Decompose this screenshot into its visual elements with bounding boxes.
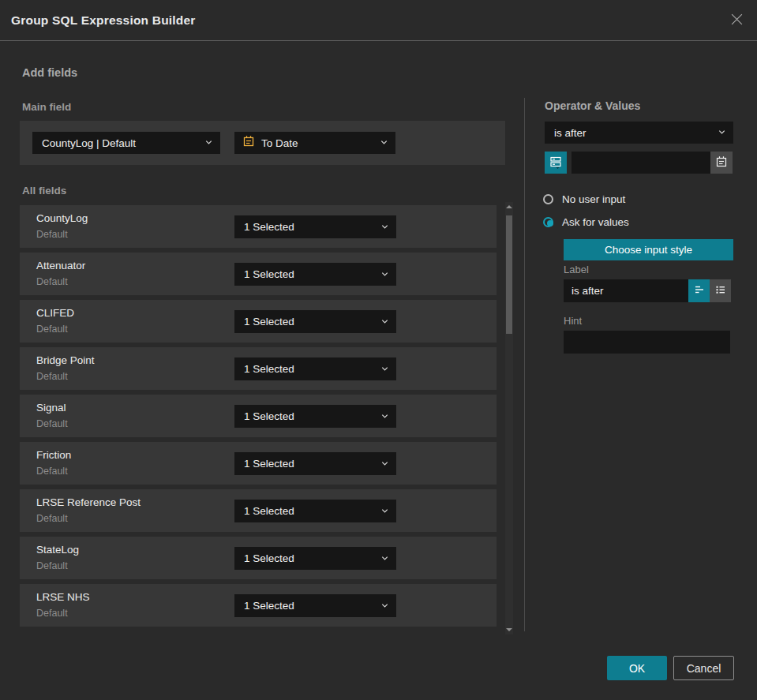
radio-no-user-input[interactable]: No user input <box>543 192 625 206</box>
field-name: CountyLog <box>36 212 88 224</box>
main-date-dropdown-label: To Date <box>261 137 298 149</box>
radio-ask-for-values[interactable]: Ask for values <box>543 215 629 229</box>
all-fields-list: CountyLog Default 1 Selected Attenuator … <box>20 205 497 631</box>
operator-dropdown[interactable]: is after <box>545 122 733 144</box>
calendar-icon <box>242 135 255 151</box>
value-input[interactable] <box>571 152 710 174</box>
single-line-input-style-button[interactable] <box>688 279 710 302</box>
field-subtitle: Default <box>36 371 68 382</box>
field-selected-dropdown[interactable]: 1 Selected <box>234 547 396 570</box>
chevron-down-icon <box>380 410 389 424</box>
chevron-down-icon <box>204 136 213 150</box>
chevron-down-icon <box>380 599 389 613</box>
selected-count-label: 1 Selected <box>244 363 294 375</box>
field-subtitle: Default <box>36 560 68 571</box>
field-subtitle: Default <box>36 324 68 335</box>
scrollbar-down-arrow-icon[interactable] <box>505 626 513 634</box>
field-selected-dropdown[interactable]: 1 Selected <box>234 452 396 475</box>
field-subtitle: Default <box>36 466 68 477</box>
field-name: LRSE Reference Post <box>36 496 141 508</box>
radio-circle-icon <box>543 194 553 204</box>
operator-dropdown-label: is after <box>554 127 586 139</box>
value-type-button[interactable] <box>545 152 567 174</box>
chevron-down-icon <box>718 125 726 140</box>
chevron-down-icon <box>380 220 389 234</box>
hint-input[interactable] <box>564 331 730 354</box>
field-subtitle: Default <box>36 513 68 524</box>
chevron-down-icon <box>380 315 389 329</box>
list-input-style-button[interactable] <box>710 279 731 302</box>
calendar-icon <box>715 155 728 170</box>
selected-count-label: 1 Selected <box>244 458 294 470</box>
label-input[interactable] <box>564 279 688 302</box>
selected-count-label: 1 Selected <box>244 505 294 517</box>
selected-count-label: 1 Selected <box>244 268 294 280</box>
field-subtitle: Default <box>36 276 68 287</box>
field-row: CountyLog Default 1 Selected <box>20 205 497 248</box>
selected-count-label: 1 Selected <box>244 221 294 233</box>
selected-count-label: 1 Selected <box>244 552 294 564</box>
field-subtitle: Default <box>36 418 68 429</box>
field-row: Attenuator Default 1 Selected <box>20 253 497 295</box>
panel-divider <box>524 98 525 631</box>
hint-caption: Hint <box>564 315 582 327</box>
add-fields-heading: Add fields <box>22 66 77 79</box>
chevron-down-icon <box>380 268 389 282</box>
chevron-down-icon <box>380 457 389 471</box>
cancel-button[interactable]: Cancel <box>673 656 734 680</box>
choose-input-style-button[interactable]: Choose input style <box>564 239 733 260</box>
field-name: StateLog <box>36 544 79 556</box>
chevron-down-icon <box>380 552 389 566</box>
field-name: Friction <box>36 449 71 461</box>
radio-label: Ask for values <box>562 216 629 228</box>
field-selected-dropdown[interactable]: 1 Selected <box>234 357 396 380</box>
text-lines-icon <box>693 283 706 298</box>
ok-button[interactable]: OK <box>607 656 667 680</box>
field-name: Attenuator <box>36 260 85 271</box>
field-selected-dropdown[interactable]: 1 Selected <box>234 594 396 617</box>
chevron-down-icon <box>380 136 388 150</box>
main-field-heading: Main field <box>22 101 71 113</box>
field-row: StateLog Default 1 Selected <box>20 537 497 579</box>
stacked-values-icon <box>549 155 563 171</box>
group-sql-expression-builder-dialog: Group SQL Expression Builder Add fields … <box>0 0 757 700</box>
field-name: CLIFED <box>36 307 74 319</box>
radio-label: No user input <box>562 193 625 205</box>
main-date-dropdown[interactable]: To Date <box>234 132 395 154</box>
dialog-header: Group SQL Expression Builder <box>0 0 757 41</box>
selected-count-label: 1 Selected <box>244 410 294 422</box>
field-row: LRSE NHS Default 1 Selected <box>20 584 497 627</box>
label-caption: Label <box>564 264 589 275</box>
main-field-panel: CountyLog | Default To Date <box>20 121 505 165</box>
selected-count-label: 1 Selected <box>244 600 294 612</box>
field-selected-dropdown[interactable]: 1 Selected <box>234 263 396 286</box>
bullet-list-icon <box>714 283 727 298</box>
field-row: Signal Default 1 Selected <box>20 395 497 437</box>
radio-circle-icon <box>543 217 553 227</box>
field-row: Friction Default 1 Selected <box>20 442 497 485</box>
field-subtitle: Default <box>36 229 68 240</box>
scrollbar-up-arrow-icon[interactable] <box>505 203 513 211</box>
selected-count-label: 1 Selected <box>244 316 294 328</box>
field-selected-dropdown[interactable]: 1 Selected <box>234 310 396 333</box>
scrollbar-thumb[interactable] <box>506 215 512 334</box>
field-name: LRSE NHS <box>36 591 90 603</box>
chevron-down-icon <box>380 362 389 376</box>
field-name: Signal <box>36 402 66 414</box>
field-selected-dropdown[interactable]: 1 Selected <box>234 500 396 522</box>
field-subtitle: Default <box>36 608 68 619</box>
operator-values-heading: Operator & Values <box>545 99 640 112</box>
fields-list-scrollbar[interactable] <box>505 202 513 634</box>
date-picker-button[interactable] <box>710 152 733 174</box>
main-field-dropdown[interactable]: CountyLog | Default <box>32 132 220 154</box>
field-selected-dropdown[interactable]: 1 Selected <box>234 405 396 428</box>
field-selected-dropdown[interactable]: 1 Selected <box>234 215 396 238</box>
all-fields-heading: All fields <box>22 185 66 197</box>
field-row: LRSE Reference Post Default 1 Selected <box>20 489 497 532</box>
field-row: CLIFED Default 1 Selected <box>20 300 497 343</box>
field-name: Bridge Point <box>36 354 95 366</box>
close-button[interactable] <box>727 11 746 30</box>
dialog-title: Group SQL Expression Builder <box>11 13 196 28</box>
main-field-dropdown-label: CountyLog | Default <box>42 137 136 149</box>
close-icon <box>730 13 744 28</box>
